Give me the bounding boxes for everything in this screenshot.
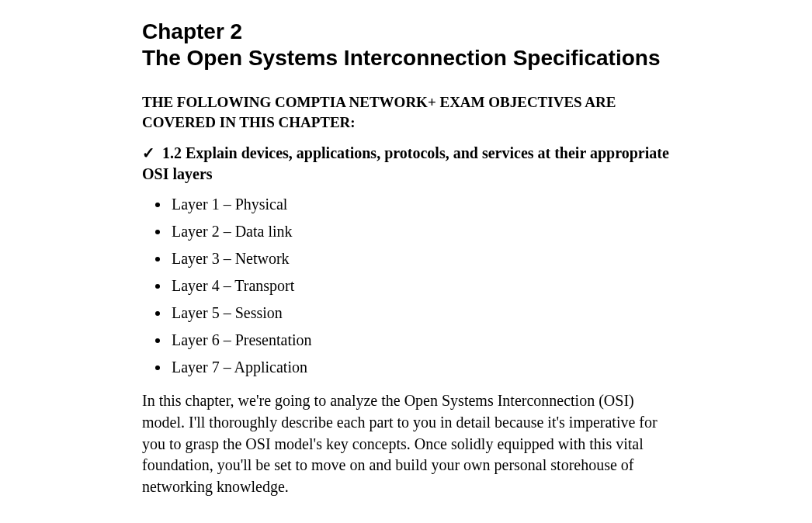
list-item: Layer 4 – Transport [170,272,670,300]
list-item: Layer 5 – Session [170,300,670,327]
chapter-title: The Open Systems Interconnection Specifi… [142,45,670,71]
objective-line: ✓ 1.2 Explain devices, applications, pro… [142,143,670,185]
list-item: Layer 3 – Network [170,245,670,272]
list-item: Layer 6 – Presentation [170,327,670,354]
checkmark-icon: ✓ [142,144,155,161]
page-content: Chapter 2 The Open Systems Interconnecti… [111,0,701,523]
chapter-number: Chapter 2 [142,19,670,45]
list-item: Layer 1 – Physical [170,191,670,218]
list-item: Layer 2 – Data link [170,218,670,245]
objectives-intro: THE FOLLOWING COMPTIA NETWORK+ EXAM OBJE… [142,92,670,132]
osi-layer-list: Layer 1 – Physical Layer 2 – Data link L… [142,191,670,381]
list-item: Layer 7 – Application [170,354,670,381]
intro-paragraph: In this chapter, we're going to analyze … [142,390,670,497]
objective-text: 1.2 Explain devices, applications, proto… [142,144,669,182]
